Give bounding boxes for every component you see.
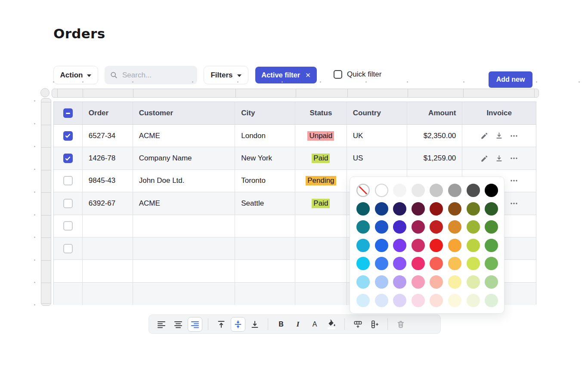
row-checkbox[interactable] — [63, 244, 73, 253]
color-swatch[interactable] — [412, 202, 425, 216]
valign-middle-button[interactable] — [231, 317, 245, 332]
color-swatch[interactable] — [393, 239, 406, 252]
color-swatch[interactable] — [412, 239, 425, 252]
color-swatch[interactable] — [356, 220, 370, 234]
active-filter-chip[interactable]: Active filter ✕ — [255, 67, 317, 83]
filters-button[interactable]: Filters — [204, 66, 248, 84]
color-swatch[interactable] — [485, 220, 498, 234]
row-track-divider — [41, 237, 51, 238]
close-icon[interactable]: ✕ — [305, 71, 311, 79]
color-swatch[interactable] — [375, 294, 388, 307]
align-center-button[interactable] — [171, 317, 186, 332]
align-left-button[interactable] — [154, 317, 169, 332]
color-swatch[interactable] — [448, 294, 461, 307]
order-cell — [83, 237, 133, 259]
color-swatch[interactable] — [467, 184, 480, 197]
color-swatch[interactable] — [467, 257, 480, 270]
color-swatch[interactable] — [393, 257, 406, 270]
color-swatch[interactable] — [467, 239, 480, 252]
italic-button[interactable]: I — [291, 317, 305, 332]
fill-color-button[interactable] — [324, 317, 339, 332]
color-swatch[interactable] — [485, 275, 498, 289]
color-swatch[interactable] — [375, 275, 388, 289]
swatch-none[interactable] — [356, 184, 370, 197]
row-checkbox[interactable] — [63, 199, 73, 208]
edit-icon[interactable] — [480, 132, 489, 140]
color-swatch[interactable] — [430, 275, 443, 289]
color-swatch[interactable] — [448, 202, 461, 216]
table-header-row: OrderCustomerCityStatusCountryAmountInvo… — [54, 102, 536, 125]
row-checkbox[interactable] — [63, 176, 73, 185]
more-icon[interactable] — [510, 176, 518, 185]
color-swatch[interactable] — [430, 184, 443, 197]
color-swatch[interactable] — [356, 257, 370, 270]
color-swatch[interactable] — [485, 202, 498, 216]
color-swatch[interactable] — [412, 294, 425, 307]
color-swatch[interactable] — [467, 294, 480, 307]
color-swatch[interactable] — [430, 257, 443, 270]
color-swatch[interactable] — [467, 220, 480, 234]
add-new-button[interactable]: Add new — [489, 71, 532, 88]
color-swatch[interactable] — [467, 202, 480, 216]
color-swatch[interactable] — [412, 257, 425, 270]
color-swatch[interactable] — [393, 184, 406, 197]
color-swatch[interactable] — [485, 257, 498, 270]
color-swatch[interactable] — [375, 202, 388, 216]
more-icon[interactable] — [510, 154, 518, 163]
color-swatch[interactable] — [448, 184, 461, 197]
color-swatch[interactable] — [356, 294, 370, 307]
city-cell: New York — [235, 147, 295, 169]
color-swatch[interactable] — [356, 202, 370, 216]
color-swatch[interactable] — [356, 239, 370, 252]
color-swatch[interactable] — [356, 275, 370, 289]
customer-cell — [133, 215, 235, 237]
color-swatch[interactable] — [412, 220, 425, 234]
color-swatch[interactable] — [393, 294, 406, 307]
insert-column-button[interactable] — [367, 317, 382, 332]
color-swatch[interactable] — [412, 184, 425, 197]
color-swatch[interactable] — [430, 239, 443, 252]
color-swatch[interactable] — [485, 239, 498, 252]
download-icon[interactable] — [495, 132, 503, 140]
color-swatch[interactable] — [375, 239, 388, 252]
color-swatch[interactable] — [448, 239, 461, 252]
row-checkbox[interactable] — [63, 131, 73, 141]
action-button[interactable]: Action — [53, 66, 98, 84]
row-checkbox[interactable] — [63, 221, 73, 231]
more-icon[interactable] — [510, 132, 518, 140]
row-track[interactable] — [41, 98, 51, 306]
valign-top-button[interactable] — [214, 317, 229, 332]
delete-button[interactable] — [393, 317, 408, 332]
color-swatch[interactable] — [375, 184, 388, 197]
select-all-checkbox[interactable] — [63, 108, 73, 118]
color-swatch[interactable] — [448, 275, 461, 289]
color-swatch[interactable] — [430, 220, 443, 234]
download-icon[interactable] — [495, 154, 503, 163]
valign-bottom-button[interactable] — [248, 317, 262, 332]
color-swatch[interactable] — [375, 220, 388, 234]
color-swatch[interactable] — [375, 257, 388, 270]
quick-filter-checkbox[interactable] — [334, 70, 342, 79]
color-swatch[interactable] — [412, 275, 425, 289]
color-swatch[interactable] — [485, 294, 498, 307]
color-swatch[interactable] — [393, 202, 406, 216]
color-swatch[interactable] — [430, 294, 443, 307]
color-swatch[interactable] — [467, 275, 480, 289]
color-swatch[interactable] — [430, 202, 443, 216]
insert-row-button[interactable] — [350, 317, 365, 332]
color-swatch[interactable] — [485, 184, 498, 197]
search-box[interactable] — [105, 66, 197, 84]
more-icon[interactable] — [510, 199, 518, 208]
color-swatch[interactable] — [448, 220, 461, 234]
column-track[interactable] — [52, 89, 539, 98]
text-color-button[interactable]: A — [307, 317, 322, 332]
bold-button[interactable]: B — [274, 317, 288, 332]
edit-icon[interactable] — [480, 154, 489, 163]
align-right-button[interactable] — [188, 317, 202, 332]
color-swatch[interactable] — [393, 275, 406, 289]
color-swatch[interactable] — [448, 257, 461, 270]
corner-select-handle[interactable] — [40, 88, 50, 97]
color-swatch[interactable] — [393, 220, 406, 234]
search-input[interactable] — [121, 71, 188, 80]
row-checkbox[interactable] — [63, 154, 73, 163]
